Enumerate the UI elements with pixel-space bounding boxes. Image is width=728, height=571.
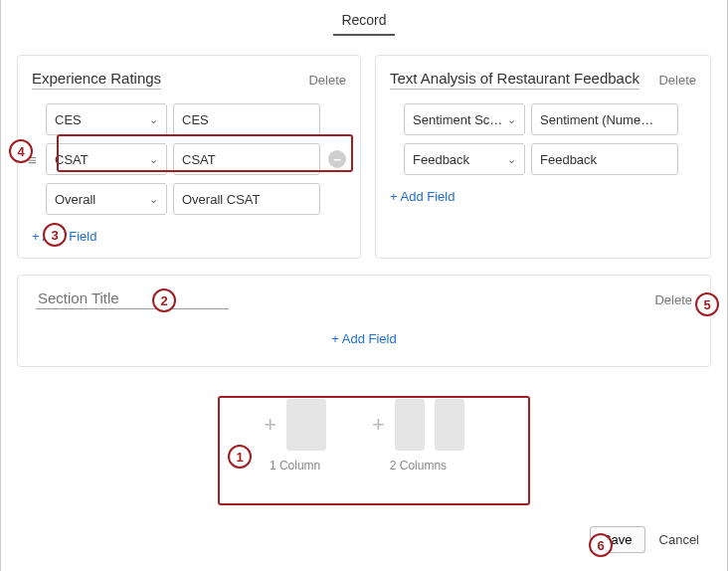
delete-section-button[interactable]: Delete <box>308 73 346 88</box>
remove-field-button[interactable]: − <box>328 150 346 168</box>
delete-section-button[interactable]: Delete <box>654 292 692 307</box>
field-label-input[interactable]: CES <box>173 103 320 135</box>
field-rows: Sentiment Score ⌄ Sentiment (Nume… Feedb… <box>390 103 696 175</box>
annotation-callout-2: 2 <box>152 288 176 312</box>
field-row: Overall ⌄ Overall CSAT <box>46 183 346 215</box>
column-preview-block <box>395 399 425 451</box>
dropdown-value: CSAT <box>55 152 89 167</box>
field-row: ≡ CSAT ⌄ CSAT − <box>46 143 346 175</box>
panel-header: Delete <box>36 289 692 309</box>
field-row: Feedback ⌄ Feedback <box>404 143 696 175</box>
panel-new-section: Delete + Add Field <box>17 275 711 367</box>
field-source-dropdown[interactable]: CSAT ⌄ <box>46 143 167 175</box>
panel-title[interactable]: Experience Ratings <box>32 70 161 90</box>
column-preview-block <box>435 399 464 451</box>
panel-title[interactable]: Text Analysis of Restaurant Feedback <box>390 70 639 90</box>
dropdown-value: CES <box>55 112 82 127</box>
field-label-input[interactable]: Sentiment (Nume… <box>531 103 678 135</box>
panel-header: Experience Ratings Delete <box>32 70 346 90</box>
annotation-callout-1: 1 <box>228 445 252 469</box>
layout-picker: + 1 Column + 2 Columns <box>17 387 711 486</box>
add-one-column-button[interactable]: + 1 Column <box>264 399 326 473</box>
add-field-button[interactable]: + Add Field <box>36 331 692 346</box>
tab-row: Record <box>17 0 711 37</box>
chevron-down-icon: ⌄ <box>507 154 516 165</box>
chevron-down-icon: ⌄ <box>149 154 158 165</box>
annotation-callout-3: 3 <box>43 223 67 247</box>
field-label-input[interactable]: Feedback <box>531 143 678 175</box>
field-row: Sentiment Score ⌄ Sentiment (Nume… <box>404 103 696 135</box>
field-source-dropdown[interactable]: Overall ⌄ <box>46 183 167 215</box>
dropdown-value: Overall <box>55 192 95 207</box>
dropdown-value: Sentiment Score <box>413 112 504 127</box>
layout-caption: 1 Column <box>270 459 320 473</box>
layout-preview: + <box>372 399 464 451</box>
plus-icon: + <box>372 412 385 438</box>
layout-preview: + <box>264 399 326 451</box>
add-two-columns-button[interactable]: + 2 Columns <box>372 399 464 473</box>
field-label-input[interactable]: Overall CSAT <box>173 183 320 215</box>
field-rows: CES ⌄ CES ≡ CSAT ⌄ CSAT − <box>32 103 346 215</box>
column-preview-block <box>286 399 326 451</box>
section-title-input[interactable] <box>36 289 229 309</box>
chevron-down-icon: ⌄ <box>507 114 516 125</box>
chevron-down-icon: ⌄ <box>149 194 158 205</box>
annotation-callout-5: 5 <box>695 292 719 316</box>
panel-row: Experience Ratings Delete CES ⌄ CES ≡ CS… <box>17 55 711 259</box>
field-label-input[interactable]: CSAT <box>173 143 320 175</box>
field-row: CES ⌄ CES <box>46 103 346 135</box>
delete-section-button[interactable]: Delete <box>658 73 696 88</box>
panel-text-analysis: Text Analysis of Restaurant Feedback Del… <box>375 55 711 259</box>
panel-header: Text Analysis of Restaurant Feedback Del… <box>390 70 696 90</box>
page-root: Record Experience Ratings Delete CES ⌄ C… <box>0 0 728 571</box>
annotation-callout-4: 4 <box>9 139 33 163</box>
plus-icon: + <box>264 412 276 438</box>
chevron-down-icon: ⌄ <box>149 114 158 125</box>
dropdown-value: Feedback <box>413 152 469 167</box>
field-source-dropdown[interactable]: CES ⌄ <box>46 103 167 135</box>
panel-experience-ratings: Experience Ratings Delete CES ⌄ CES ≡ CS… <box>17 55 361 259</box>
tab-record[interactable]: Record <box>333 12 394 36</box>
annotation-callout-6: 6 <box>589 533 613 557</box>
cancel-button[interactable]: Cancel <box>659 532 699 547</box>
layout-caption: 2 Columns <box>390 459 447 473</box>
add-field-button[interactable]: + Add Field <box>390 189 455 204</box>
field-source-dropdown[interactable]: Sentiment Score ⌄ <box>404 103 525 135</box>
field-source-dropdown[interactable]: Feedback ⌄ <box>404 143 525 175</box>
